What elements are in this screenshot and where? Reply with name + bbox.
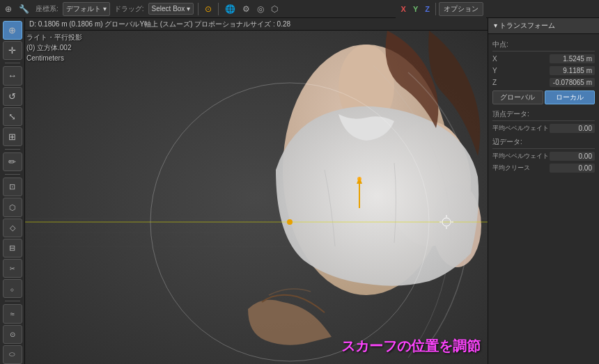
drag-label: ドラッグ: xyxy=(113,4,146,14)
z-value[interactable]: -0.078065 m xyxy=(550,78,595,87)
shrink-btn[interactable]: ⊙ xyxy=(3,325,22,344)
tool-separator-1 xyxy=(5,63,20,63)
axis-x-label: X xyxy=(398,4,409,14)
poly-build-btn[interactable]: ⬦ xyxy=(3,279,22,298)
y-value[interactable]: 9.1185 m xyxy=(550,66,595,75)
avg-bevel-value[interactable]: 0.00 xyxy=(550,124,595,133)
xray-icon-btn[interactable]: ⬡ xyxy=(269,3,280,15)
avg-bevel-label: 平均ベベルウェイト xyxy=(492,124,549,133)
bevel-tool-btn[interactable]: ◇ xyxy=(3,219,22,237)
overlay-icon-btn[interactable]: ◎ xyxy=(255,3,266,15)
viewport-info: ライト・平行投影 (0) 立方体.002 Centimeters xyxy=(26,32,82,63)
coord-system-dropdown[interactable]: デフォルト ▾ xyxy=(63,2,110,16)
z-label: Z xyxy=(492,79,497,86)
center-section: 中点: xyxy=(492,37,595,52)
global-button[interactable]: グローバル xyxy=(492,90,543,104)
avg-crease-label: 平均クリース xyxy=(492,164,530,173)
smooth-btn[interactable]: ≈ xyxy=(3,304,22,323)
svg-point-13 xyxy=(357,177,361,181)
axis-y-label: Y xyxy=(410,4,421,14)
proportional-btn[interactable]: ⊙ xyxy=(203,3,214,15)
edge-section: 辺データ: xyxy=(492,134,595,149)
coord-space-group: グローバル ローカル xyxy=(492,90,595,104)
transform-tool-btn[interactable]: ⊞ xyxy=(3,127,22,146)
top-toolbar: ⊕ 🔧 座標系: デフォルト ▾ ドラッグ: Select Box ▾ ⊙ 🌐 … xyxy=(0,0,599,18)
panel-header: ▾ トランスフォーム xyxy=(488,18,599,34)
toolbar-separator-2 xyxy=(218,3,219,15)
tool-separator-2 xyxy=(5,149,20,150)
snap-icon[interactable]: 🔧 xyxy=(17,3,31,15)
global-icon-btn[interactable]: 🌐 xyxy=(223,3,238,15)
move-tool-btn[interactable]: ↔ xyxy=(3,66,22,85)
coord-system-label: 座標系: xyxy=(34,4,60,14)
viewport-object-name: (0) 立方体.002 xyxy=(26,42,82,53)
knife-tool-btn[interactable]: ✂ xyxy=(3,259,22,278)
avg-crease-value[interactable]: 0.00 xyxy=(550,164,595,173)
status-bar: D: 0.1806 m (0.1806 m) グローバルY軸上 (スムーズ) プ… xyxy=(25,18,488,31)
xyz-sep xyxy=(435,3,436,15)
toolbar-separator-1 xyxy=(198,3,199,15)
xyz-display: X Y Z オプション xyxy=(396,0,486,18)
right-panel: ▾ トランスフォーム 中点: X 1.5245 m Y 9.1185 m Z -… xyxy=(488,18,599,364)
push-pull-btn[interactable]: ⬭ xyxy=(3,345,22,364)
extrude-tool-btn[interactable]: ⊡ xyxy=(3,177,22,196)
avg-bevel-weight-row: 平均ベベルウェイト 0.00 xyxy=(492,122,595,134)
viewport[interactable]: ライト・平行投影 (0) 立方体.002 Centimeters スカーフの位置… xyxy=(25,31,488,364)
tool-separator-3 xyxy=(5,174,20,175)
avg-crease-row: 平均クリース 0.00 xyxy=(492,162,595,174)
z-row: Z -0.078065 m xyxy=(492,77,595,88)
edge-bevel-label: 平均ベベルウェイト xyxy=(492,152,549,161)
loop-cut-btn[interactable]: ⊟ xyxy=(3,239,22,258)
axis-z-label: Z xyxy=(422,4,433,14)
local-button[interactable]: ローカル xyxy=(545,90,596,104)
select-box-dropdown[interactable]: Select Box ▾ xyxy=(148,3,194,15)
x-value[interactable]: 1.5245 m xyxy=(550,54,595,63)
select-tool-btn[interactable]: ⊕ xyxy=(3,21,22,40)
status-text: D: 0.1806 m (0.1806 m) グローバルY軸上 (スムーズ) プ… xyxy=(29,19,290,29)
viewport-units: Centimeters xyxy=(26,53,82,63)
annotate-tool-btn[interactable]: ✏ xyxy=(3,152,22,171)
edge-bevel-value[interactable]: 0.00 xyxy=(550,152,595,161)
options-button[interactable]: オプション xyxy=(439,2,483,16)
inset-tool-btn[interactable]: ⬡ xyxy=(3,198,22,216)
mode-icon[interactable]: ⊕ xyxy=(3,3,14,15)
x-label: X xyxy=(492,55,497,63)
left-toolbar: ⊕ ✛ ↔ ↺ ⤡ ⊞ ✏ ⊡ ⬡ ◇ ⊟ ✂ ⬦ ≈ ⊙ ⬭ xyxy=(0,18,25,364)
snap-icon-btn[interactable]: ⚙ xyxy=(240,3,252,15)
tool-separator-4 xyxy=(5,301,20,301)
vertex-section: 頂点データ: xyxy=(492,106,595,121)
y-row: Y 9.1185 m xyxy=(492,65,595,77)
panel-title: ▾ トランスフォーム xyxy=(494,21,555,31)
scene-svg xyxy=(25,31,488,364)
edge-bevel-row: 平均ベベルウェイト 0.00 xyxy=(492,150,595,162)
rotate-tool-btn[interactable]: ↺ xyxy=(3,87,22,106)
svg-point-10 xyxy=(287,219,293,225)
x-row: X 1.5245 m xyxy=(492,53,595,65)
scale-tool-btn[interactable]: ⤡ xyxy=(3,107,22,126)
viewport-projection: ライト・平行投影 xyxy=(26,32,82,42)
panel-body: 中点: X 1.5245 m Y 9.1185 m Z -0.078065 m … xyxy=(488,34,599,177)
cursor-tool-btn[interactable]: ✛ xyxy=(3,41,22,60)
y-label: Y xyxy=(492,67,497,74)
